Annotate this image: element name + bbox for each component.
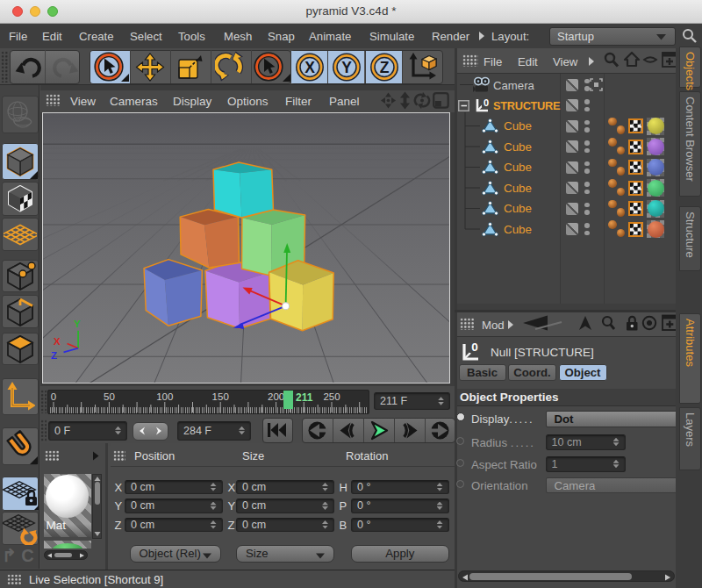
svg-text:Y: Y — [74, 318, 81, 328]
svg-text:Y: Y — [341, 58, 352, 75]
svg-text:Z: Z — [51, 349, 57, 360]
svg-text:X: X — [304, 58, 315, 75]
svg-text:0: 0 — [484, 97, 489, 108]
svg-text:0: 0 — [471, 341, 478, 354]
svg-text:Z: Z — [380, 58, 390, 75]
svg-text:X: X — [54, 335, 61, 346]
